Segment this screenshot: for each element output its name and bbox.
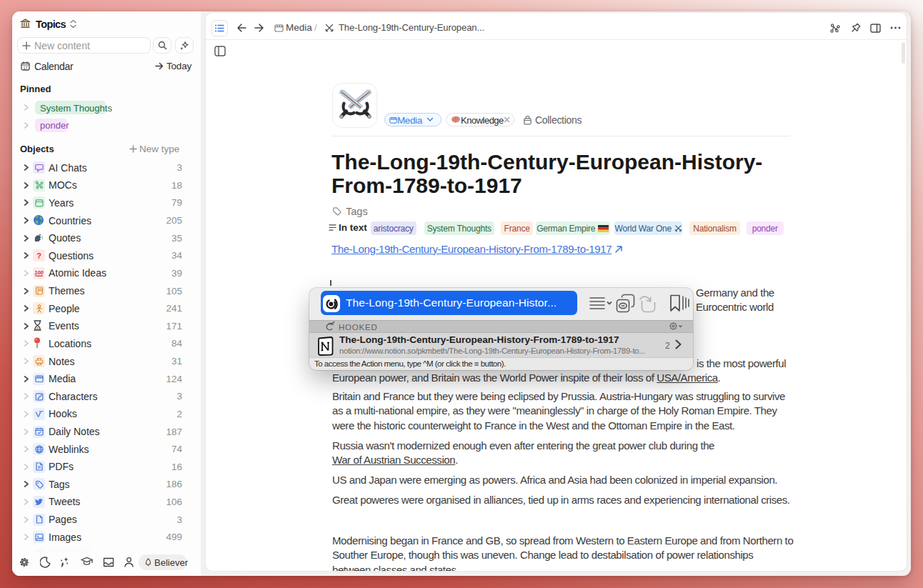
svg-text:100: 100	[34, 269, 44, 276]
svg-text:17: 17	[23, 66, 27, 70]
svg-text:?: ?	[36, 251, 41, 260]
